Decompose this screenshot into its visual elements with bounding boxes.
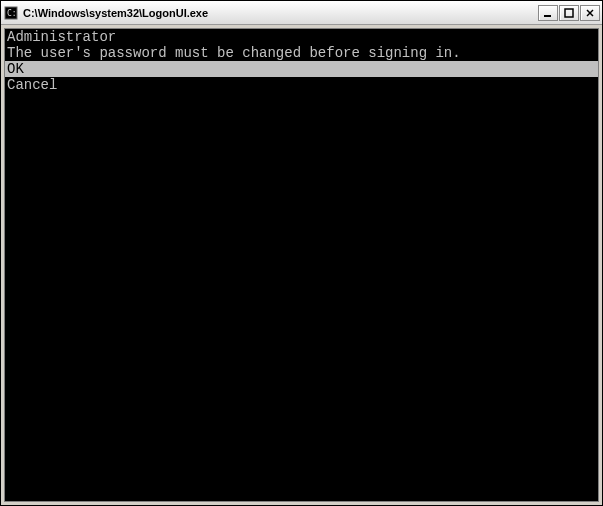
option-ok[interactable]: OK [5,61,598,77]
maximize-button[interactable] [559,5,579,21]
close-button[interactable] [580,5,600,21]
app-window: C: C:\Windows\system32\LogonUI.exe Admin… [0,0,603,506]
console-message-line: The user's password must be changed befo… [5,45,598,61]
window-controls [537,5,600,21]
titlebar: C: C:\Windows\system32\LogonUI.exe [1,1,602,25]
window-title: C:\Windows\system32\LogonUI.exe [23,7,537,19]
minimize-button[interactable] [538,5,558,21]
svg-rect-3 [565,9,573,17]
console-user-line: Administrator [5,29,598,45]
app-icon: C: [3,5,19,21]
svg-rect-2 [544,15,551,17]
option-cancel[interactable]: Cancel [5,77,598,93]
svg-text:C:: C: [7,9,17,18]
console-area: Administrator The user's password must b… [4,28,599,502]
